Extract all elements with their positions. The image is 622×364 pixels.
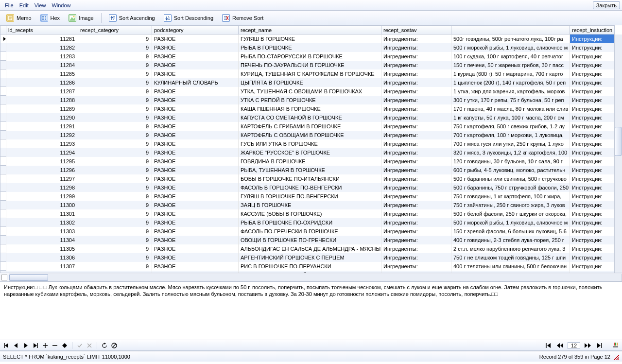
- memo-label: Memo: [17, 15, 32, 21]
- table-row[interactable]: 112869КУЛИНАРНЫЙ СЛОВАРЬЦЫПЛЯТА В ГОРШОЧ…: [0, 78, 615, 87]
- menu-window[interactable]: Window: [49, 1, 73, 9]
- svg-rect-8: [45, 18, 46, 20]
- toolbar-separator: [101, 13, 102, 23]
- nav-prev-button[interactable]: [13, 342, 19, 349]
- resize-grip-icon[interactable]: [612, 353, 619, 360]
- memo-icon: [6, 14, 14, 22]
- grid-corner-button[interactable]: [1, 275, 7, 280]
- table-row[interactable]: 112989РАЗНОЕФАСОЛЬ В ГОРШОЧКЕ ПО-ВЕНГЕРС…: [0, 183, 615, 192]
- sort-asc-label: Sort Ascending: [119, 15, 155, 21]
- nav-first-button[interactable]: [3, 342, 10, 349]
- svg-marker-28: [24, 343, 28, 348]
- column-header[interactable]: [451, 26, 570, 35]
- table-row[interactable]: 113049РАЗНОЕОВОЩИ В ГОРШОЧКЕ ПО-ГРЕЧЕСКИ…: [0, 236, 615, 244]
- nav-edit-button[interactable]: [61, 342, 68, 349]
- remove-sort-button[interactable]: Remove Sort: [219, 12, 267, 24]
- table-row[interactable]: 112949РАЗНОЕЖАРКОЕ "РУССКОЕ" В ГОРШОЧКЕИ…: [0, 148, 615, 157]
- svg-rect-48: [614, 343, 615, 346]
- page-number-input[interactable]: [568, 342, 580, 349]
- nav-stop-button[interactable]: [111, 342, 118, 349]
- nav-next-button[interactable]: [22, 342, 29, 349]
- nav-cancel-button[interactable]: [86, 342, 93, 349]
- svg-rect-49: [615, 343, 616, 346]
- table-row[interactable]: 112939РАЗНОЕГУСЬ ИЛИ УТКА В ГОРШОЧКЕИнгр…: [0, 139, 615, 148]
- table-row[interactable]: 112969РАЗНОЕРЫБА, ТУШЕННАЯ В ГОРШОЧКЕИнг…: [0, 166, 615, 174]
- svg-marker-41: [547, 343, 551, 348]
- nav-refresh-button[interactable]: [101, 342, 108, 349]
- sort-desc-button[interactable]: Sort Descending: [160, 12, 217, 24]
- table-row[interactable]: 113039РАЗНОЕФАСОЛЬ ПО-ГРЕЧЕСКИ В ГОРШОЧК…: [0, 227, 615, 236]
- column-header[interactable]: podcategory: [152, 26, 239, 35]
- sort-asc-icon: [109, 14, 117, 22]
- page-last-button[interactable]: [595, 342, 604, 349]
- settings-icon[interactable]: [612, 342, 619, 349]
- table-row[interactable]: 113029РАЗНОЕРЫБА В ГОРШОЧКЕ ПО-ОХРИДСКИИ…: [0, 218, 615, 227]
- image-icon: [69, 14, 76, 22]
- memo-button[interactable]: Memo: [3, 12, 35, 24]
- hex-icon: [40, 14, 48, 22]
- nav-last-button[interactable]: [32, 342, 39, 349]
- svg-rect-5: [42, 16, 44, 17]
- table-row[interactable]: 112899РАЗНОЕКАША ПШЕННАЯ В ГОРШОЧКЕИнгре…: [0, 104, 615, 113]
- table-row[interactable]: 112849РАЗНОЕПЕЧЕНЬ ПО-ЗАУРАЛЬСКИ В ГОРШО…: [0, 61, 615, 69]
- nav-post-button[interactable]: [76, 342, 83, 349]
- svg-rect-51: [613, 346, 618, 347]
- sort-desc-icon: [164, 14, 172, 22]
- table-row[interactable]: 113079РАЗНОЕРИС В ГОРШОЧКЕ ПО-ПЕРУАНСКИИ…: [0, 262, 615, 271]
- page-prev-button[interactable]: [556, 342, 565, 349]
- table-row[interactable]: 112829РАЗНОЕРЫБА В ГОРШОЧКЕИнгредиенты:5…: [0, 43, 615, 52]
- table-row[interactable]: 112839РАЗНОЕРЫБА ПО-СТАРОРУССКИ В ГОРШОЧ…: [0, 52, 615, 61]
- svg-marker-45: [588, 343, 591, 348]
- record-navigator: [0, 340, 622, 351]
- nav-delete-button[interactable]: [52, 342, 58, 349]
- svg-marker-46: [597, 343, 601, 348]
- table-row[interactable]: 113059РАЗНОЕАЛЬБОНДИГАС ЕН САЛЬСА ДЕ АЛЬ…: [0, 244, 615, 253]
- table-row[interactable]: 112819РАЗНОЕГУЛЯШ В ГОРШОЧКЕИнгредиенты:…: [0, 35, 615, 43]
- svg-marker-26: [5, 343, 8, 348]
- menu-edit[interactable]: Edit: [17, 1, 32, 9]
- table-row[interactable]: 113089РАЗНОЕПЕЛЬМЕНИ С ПЕЧЕНКОЙ В ГОРШОЧ…: [0, 271, 615, 274]
- hex-label: Hex: [51, 15, 60, 21]
- menu-file[interactable]: File: [2, 1, 17, 9]
- svg-line-39: [113, 344, 116, 347]
- page-next-button[interactable]: [583, 342, 592, 349]
- column-header[interactable]: recept_instuction: [570, 26, 615, 35]
- vertical-scrollbar[interactable]: [614, 35, 622, 273]
- close-button[interactable]: Закрыть: [593, 1, 620, 9]
- table-row[interactable]: 112859РАЗНОЕКУРИЦА, ТУШЕННАЯ С КАРТОФЕЛЕ…: [0, 69, 615, 78]
- sort-asc-button[interactable]: Sort Ascending: [105, 12, 158, 24]
- table-row[interactable]: 112979РАЗНОЕБОБЫ В ГОРШОЧКЕ ПО-ИТАЛЬЯНСК…: [0, 174, 615, 183]
- svg-marker-29: [34, 343, 37, 348]
- horizontal-scrollbar[interactable]: [9, 274, 622, 281]
- remove-sort-icon: [222, 14, 230, 22]
- svg-marker-44: [585, 343, 587, 348]
- statusbar: SELECT * FROM `kuking_recepts` LIMIT 110…: [0, 351, 622, 362]
- table-row[interactable]: 113019РАЗНОЕКАССУЛЕ (БОБЫ В ГОРШОЧКЕ)Инг…: [0, 209, 615, 218]
- table-row[interactable]: 112929РАЗНОЕКАРТОФЕЛЬ С ОВОЩАМИ В ГОРШОЧ…: [0, 131, 615, 139]
- horizontal-scrollbar-row: [0, 273, 622, 282]
- column-header[interactable]: recept_category: [78, 26, 152, 35]
- column-header[interactable]: id_recepts: [6, 26, 78, 35]
- table-row[interactable]: 112999РАЗНОЕГУЛЯШ В ГОРШОЧКЕ ПО-ВЕНГЕРСК…: [0, 192, 615, 201]
- svg-rect-7: [42, 18, 44, 20]
- menu-view[interactable]: View: [32, 1, 49, 9]
- svg-rect-4: [41, 15, 47, 21]
- column-header[interactable]: recept_sostav: [381, 26, 451, 35]
- detail-pane: Инструкции:□ □ □ Лук кольцами обжарить в…: [0, 282, 622, 340]
- table-row[interactable]: 112909РАЗНОЕКАПУСТА СО СМЕТАНОЙ В ГОРШОЧ…: [0, 113, 615, 122]
- page-first-button[interactable]: [544, 342, 553, 349]
- table-row[interactable]: 112879РАЗНОЕУТКА, ТУШЕННАЯ С ОВОЩАМИ В Г…: [0, 87, 615, 96]
- table-row[interactable]: 112889РАЗНОЕУТКА С РЕПОЙ В ГОРШОЧКЕИнгре…: [0, 96, 615, 104]
- table-row[interactable]: 112919РАЗНОЕКАРТОФЕЛЬ С ГРИБАМИ В ГОРШОЧ…: [0, 122, 615, 131]
- table-row[interactable]: 113009РАЗНОЕЗАЯЦ В ГОРШОЧКЕИнгредиенты:7…: [0, 201, 615, 209]
- toolbar: Memo Hex Image Sort Ascending Sort Desce…: [0, 11, 622, 25]
- image-button[interactable]: Image: [65, 12, 97, 24]
- column-header[interactable]: recept_name: [239, 26, 381, 35]
- menubar: File Edit View Window Закрыть: [0, 0, 622, 11]
- data-grid[interactable]: id_receptsrecept_categorypodcategoryrece…: [0, 25, 622, 273]
- hex-button[interactable]: Hex: [37, 12, 64, 24]
- table-row[interactable]: 113069РАЗНОЕАРГЕНТИНСКИЙ ГОРШОЧЕК С ПЕРЦ…: [0, 253, 615, 262]
- nav-add-button[interactable]: [42, 342, 49, 349]
- svg-marker-34: [62, 343, 67, 348]
- table-row[interactable]: 112959РАЗНОЕГОВЯДИНА В ГОРШОЧКЕИнгредиен…: [0, 157, 615, 166]
